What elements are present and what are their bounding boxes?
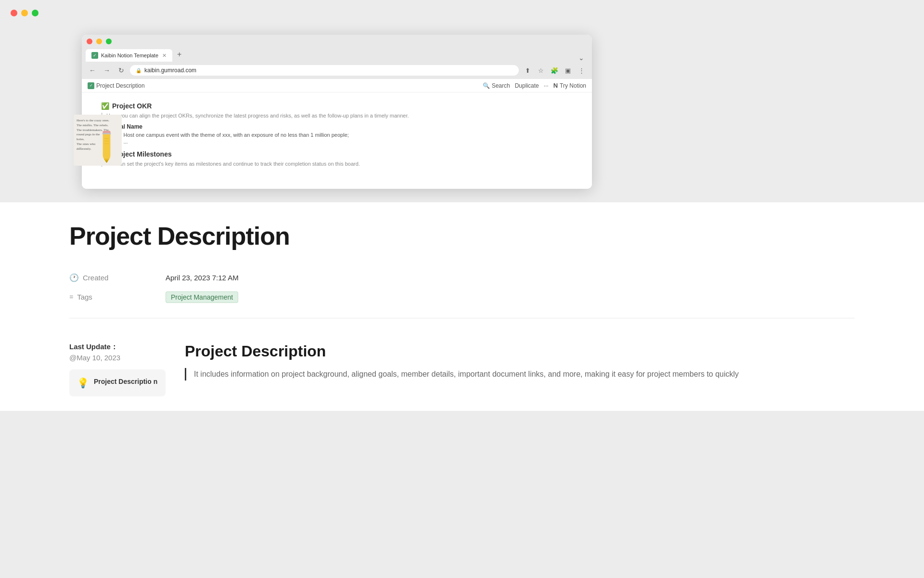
goal-name: O1: Goal Name [101,123,573,130]
breadcrumb: ✓ Project Description [88,82,145,89]
milestones-section-title: ✅ Project Milestones [101,150,573,158]
body-text: It includes information on project backg… [194,370,739,378]
traffic-light-yellow[interactable] [21,10,28,16]
browser-tl-red[interactable] [87,39,92,44]
search-button[interactable]: 🔍 Search [483,82,510,89]
tags-label: ≡ Tags [69,293,166,301]
more-options-icon[interactable]: ⋮ [576,65,587,76]
more-button[interactable]: ··· [544,82,549,89]
okr-description: Here you can align the project OKRs, syn… [101,113,573,118]
download-icon[interactable]: ⬆ [522,65,533,76]
section-divider [69,318,855,318]
breadcrumb-icon: ✓ [88,82,94,89]
milestones-description: You can set the project's key items as m… [101,161,573,167]
active-tab[interactable]: ✓ Kaibin Notion Temeplate ✕ [86,49,172,62]
last-update-date: @May 10, 2023 [69,354,166,362]
browser-chrome: ✓ Kaibin Notion Temeplate ✕ + ⌄ ← → ↻ 🔒 … [82,35,592,79]
tab-close-button[interactable]: ✕ [162,53,167,59]
tags-property-row: ≡ Tags Project Management [69,287,855,306]
browser-tl-green[interactable] [106,39,112,44]
clock-icon: 🕐 [69,273,79,282]
bookmark-icon[interactable]: ☆ [535,65,547,76]
breadcrumb-text: Project Description [96,82,145,89]
project-management-tag[interactable]: Project Management [166,291,238,303]
main-content: Project Description 🕐 Created April 23, … [0,202,924,411]
page-card-icon: 💡 [77,377,89,389]
last-update-label: Last Update： [69,342,166,352]
search-icon: 🔍 [483,82,490,89]
created-value: April 23, 2023 7:12 AM [166,274,239,282]
notion-toolbar: ✓ Project Description 🔍 Search Duplicate… [82,79,592,92]
reload-button[interactable]: ↻ [116,65,127,76]
properties-table: 🕐 Created April 23, 2023 7:12 AM ≡ Tags … [69,268,855,306]
okr-section-title: ✅ Project OKR [101,102,573,110]
browser-nav: ← → ↻ 🔒 kaibin.gumroad.com ⬆ ☆ 🧩 ▣ ⋮ [82,62,592,79]
notion-toolbar-actions: 🔍 Search Duplicate ··· N Try Notion [483,82,586,89]
url-text: kaibin.gumroad.com [144,67,196,74]
svg-rect-2 [103,134,109,157]
pencil-illustration [93,130,120,164]
browser-tabs: ✓ Kaibin Notion Temeplate ✕ + ⌄ [82,47,592,62]
bottom-section: Last Update： @May 10, 2023 💡 Project Des… [0,328,924,411]
body-quote: It includes information on project backg… [185,368,855,381]
body-title: Project Description [185,342,855,360]
kr1-bullet: • KR1: Host one campus event with the th… [107,132,573,138]
created-label: 🕐 Created [69,273,166,282]
browser-tl-yellow[interactable] [96,39,102,44]
svg-rect-10 [103,133,111,134]
main-body: Project Description It includes informat… [185,342,855,396]
try-notion-button[interactable]: N Try Notion [553,82,586,89]
browser-window: ✓ Kaibin Notion Temeplate ✕ + ⌄ ← → ↻ 🔒 … [82,35,592,189]
notion-preview-content: ✅ Project OKR Here you can align the pro… [82,92,592,189]
created-property-row: 🕐 Created April 23, 2023 7:12 AM [69,268,855,287]
tab-title: Kaibin Notion Temeplate [101,53,158,58]
extensions-icon[interactable]: 🧩 [549,65,560,76]
notion-icon: N [553,82,558,89]
list-icon: ≡ [69,293,73,301]
forward-button[interactable]: → [101,65,113,76]
tags-value: Project Management [166,293,238,301]
pencil-preview-image: Here's to the crazy ones. The misfits. T… [74,115,122,166]
svg-marker-8 [105,160,108,163]
traffic-light-green[interactable] [32,10,38,16]
browser-titlebar [82,35,592,44]
browser-actions: ⬆ ☆ 🧩 ▣ ⋮ [522,65,587,76]
split-view-icon[interactable]: ▣ [562,65,574,76]
kr2-bullet: • KR2: ... [107,139,573,144]
sidebar-info: Last Update： @May 10, 2023 💡 Project Des… [69,342,166,396]
desktop: ✓ Kaibin Notion Temeplate ✕ + ⌄ ← → ↻ 🔒 … [0,0,924,578]
traffic-light-red[interactable] [11,10,17,16]
duplicate-button[interactable]: Duplicate [515,82,539,89]
page-card[interactable]: 💡 Project Descriptio n [69,369,166,396]
macos-traffic-lights [11,10,38,16]
page-hero: Project Description 🕐 Created April 23, … [0,202,924,318]
tab-favicon: ✓ [91,52,98,59]
lock-icon: 🔒 [136,68,141,73]
window-controls[interactable]: ⌄ [578,54,588,62]
page-card-title: Project Descriptio n [94,377,157,386]
new-tab-button[interactable]: + [172,47,186,62]
page-title: Project Description [69,222,855,250]
address-bar[interactable]: 🔒 kaibin.gumroad.com [130,65,519,76]
back-button[interactable]: ← [87,65,98,76]
